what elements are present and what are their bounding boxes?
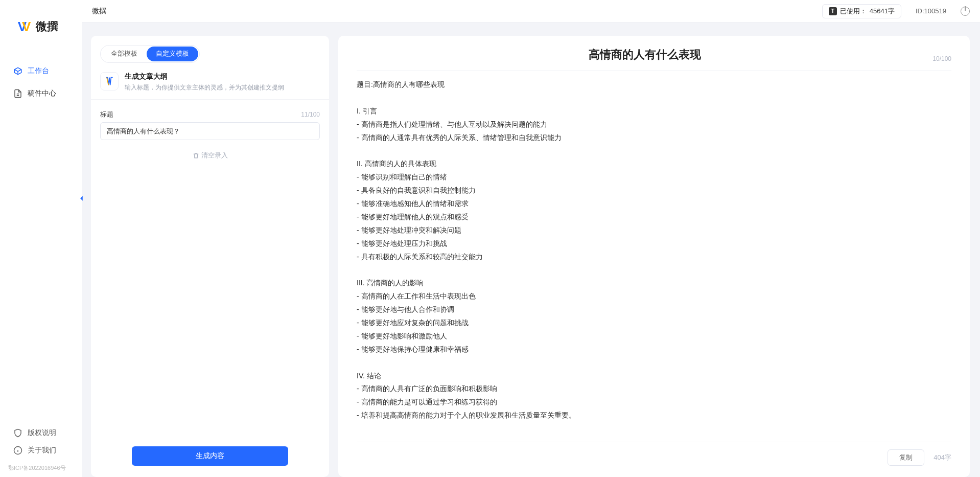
sidebar-bottom: 版权说明 关于我们: [0, 424, 82, 461]
left-panel: 全部模板 自定义模板 生成文章大纲 输入标题，为你提供文章主体的灵感，并为其创建…: [91, 36, 329, 477]
title-label: 标题: [100, 110, 113, 119]
usage-badge[interactable]: T 已使用：45641字: [822, 4, 901, 18]
shield-icon: [13, 428, 22, 438]
template-card: 生成文章大纲 输入标题，为你提供文章主体的灵感，并为其创建推文提纲: [91, 72, 329, 100]
user-id: ID:100519: [916, 7, 946, 15]
app-logo: VV 微撰: [0, 0, 82, 35]
tab-all-templates[interactable]: 全部模板: [102, 47, 147, 61]
document-icon: [13, 89, 22, 98]
info-icon: [13, 446, 22, 455]
copy-button[interactable]: 复制: [888, 449, 924, 466]
generate-button[interactable]: 生成内容: [132, 446, 288, 466]
main: 全部模板 自定义模板 生成文章大纲 输入标题，为你提供文章主体的灵感，并为其创建…: [91, 36, 970, 477]
title-counter: 11/100: [301, 111, 320, 118]
sidebar-item-label: 关于我们: [28, 446, 56, 455]
sidebar-item-workbench[interactable]: 工作台: [8, 62, 74, 80]
article-body: 题目:高情商的人有哪些表现 I. 引言 - 高情商是指人们处理情绪、与他人互动以…: [357, 78, 951, 439]
template-tabs: 全部模板 自定义模板: [100, 45, 200, 63]
title-char-count: 10/100: [932, 55, 951, 62]
page-title: 微撰: [92, 7, 106, 16]
template-icon: [100, 72, 119, 90]
right-panel: 高情商的人有什么表现 10/100 题目:高情商的人有哪些表现 I. 引言 - …: [338, 36, 970, 477]
header: 微撰 T 已使用：45641字 ID:100519: [82, 0, 980, 22]
workbench-icon: [13, 66, 22, 76]
sidebar-item-label: 版权说明: [28, 428, 56, 438]
title-input[interactable]: [100, 122, 320, 140]
sidebar-collapse-handle[interactable]: [77, 193, 87, 203]
usage-value: 45641字: [870, 7, 895, 16]
trash-icon: [193, 152, 199, 159]
sidebar: VV 微撰 工作台 稿件中心 版权说明 关于我们: [0, 0, 82, 477]
sidebar-item-label: 工作台: [28, 66, 49, 76]
usage-label: 已使用：: [840, 7, 867, 16]
clear-button[interactable]: 清空录入: [100, 151, 320, 160]
word-count: 404字: [934, 453, 951, 462]
icp-record: 鄂ICP备2022016946号: [0, 461, 82, 477]
tab-custom-templates[interactable]: 自定义模板: [147, 47, 198, 61]
logo-icon: VV: [15, 18, 32, 35]
sidebar-item-label: 稿件中心: [28, 89, 56, 98]
template-desc: 输入标题，为你提供文章主体的灵感，并为其创建推文提纲: [125, 83, 284, 92]
sidebar-item-about[interactable]: 关于我们: [8, 442, 74, 459]
power-icon[interactable]: [961, 7, 970, 16]
logo-text: 微撰: [36, 19, 58, 34]
sidebar-item-drafts[interactable]: 稿件中心: [8, 85, 74, 102]
template-title: 生成文章大纲: [125, 72, 284, 81]
sidebar-item-copyright[interactable]: 版权说明: [8, 424, 74, 442]
sidebar-nav: 工作台 稿件中心: [0, 62, 82, 102]
article-title: 高情商的人有什么表现: [357, 47, 932, 62]
text-badge-icon: T: [829, 7, 837, 15]
